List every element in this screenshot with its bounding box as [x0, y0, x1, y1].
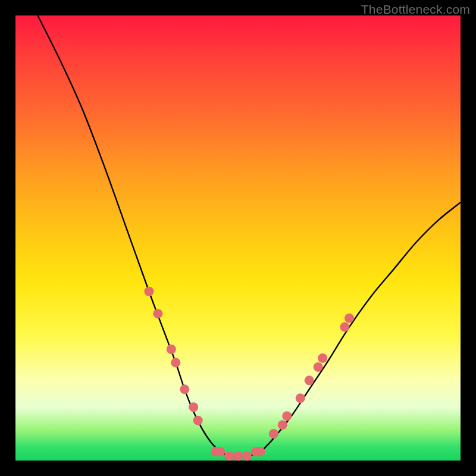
curve-dot: [233, 452, 243, 461]
curve-dot: [314, 362, 323, 372]
curve-dot: [224, 452, 234, 461]
curve-dot: [318, 353, 327, 363]
curve-dot: [282, 411, 292, 421]
curve-dots: [144, 287, 354, 461]
curve-dot: [193, 416, 203, 425]
curve-dot: [144, 287, 154, 296]
curve-dot: [305, 375, 314, 385]
curve-dot: [269, 429, 278, 439]
chart-frame: TheBottleneck.com: [0, 0, 476, 476]
curve-dot: [171, 358, 180, 367]
curve-dot: [255, 447, 265, 456]
curve-dot: [153, 309, 162, 318]
chart-svg: [15, 15, 461, 461]
curve-dot: [215, 447, 225, 456]
curve-dot: [180, 384, 189, 394]
curve-dot: [242, 452, 252, 461]
bottleneck-curve: [37, 15, 461, 456]
curve-dot: [189, 402, 198, 412]
chart-plot-area: [15, 15, 461, 461]
curve-dot: [296, 393, 305, 403]
curve-dot: [278, 420, 287, 430]
curve-dot: [345, 314, 354, 323]
curve-dot: [340, 322, 350, 332]
watermark-text: TheBottleneck.com: [361, 2, 470, 17]
curve-dot: [167, 345, 176, 354]
